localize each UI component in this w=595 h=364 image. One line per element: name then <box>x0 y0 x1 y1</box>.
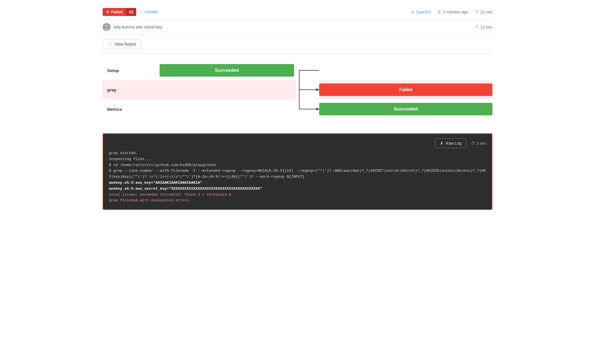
x-icon: ✕ <box>106 10 109 14</box>
log-line-2: inspecting files... <box>109 156 486 162</box>
svg-marker-8 <box>316 108 319 111</box>
metrics-label: Metrics <box>103 107 160 112</box>
pipeline-section: Setup Succeeded grep Metrics <box>103 54 492 126</box>
raw-log-button[interactable]: ⬇ Raw Log <box>435 138 466 148</box>
svg-marker-6 <box>316 88 319 91</box>
pipeline-row-grep: grep <box>103 80 296 99</box>
status-failed-label: ✕ Failed <box>103 8 126 16</box>
log-line-6: awskey.sh:5:aws_secret_key="XXXXXXXXXXXX… <box>109 186 486 192</box>
document-icon: 📄 <box>107 42 112 46</box>
download-icon: ⬇ <box>440 141 443 146</box>
log-line-1: grep started. <box>109 150 486 156</box>
commit-hash: 5aae91f <box>416 10 431 14</box>
setup-bar: Succeeded <box>160 64 294 77</box>
log-line-5: awskey.sh:3:aws_key="AKIAAKIAAKIAAKIAAKI… <box>109 180 486 186</box>
log-duration-text: 3 sec <box>477 141 486 146</box>
raw-log-label: Raw Log <box>446 141 461 146</box>
header-row: ✕ Failed #2 ⑂ master ◎ 5aae91f 🗓 3 minut… <box>103 5 492 20</box>
log-line-8: grep finished with evaluation errors. <box>109 198 486 204</box>
avatar <box>103 23 111 31</box>
time-ago-info: 🗓 3 minutes ago <box>437 10 468 14</box>
metrics-bar-text: Succeeded <box>394 107 418 112</box>
commit-row-right: ⏱ 21 sec <box>475 25 492 29</box>
commit-duration: 21 sec <box>481 25 492 29</box>
pipeline-row-metrics: Metrics <box>103 99 296 119</box>
clock-icon-2: ⏱ <box>475 25 479 29</box>
grep-failed-bar: Failed <box>319 83 492 96</box>
log-duration: ⏱ 3 sec <box>471 141 486 146</box>
branch-name: master <box>144 9 158 15</box>
commit-icon: ◎ <box>411 10 414 14</box>
grep-label: grep <box>103 87 160 92</box>
second-row: Add dummy aws secret key ⏱ 21 sec <box>103 20 492 35</box>
calendar-icon: 🗓 <box>437 10 441 14</box>
time-ago-text: 3 minutes ago <box>443 10 468 14</box>
clock-icon: ⏱ <box>475 10 479 14</box>
log-header-right: ⬇ Raw Log ⏱ 3 sec <box>435 138 486 148</box>
setup-bar-text: Succeeded <box>215 68 239 73</box>
view-report-label: View Report <box>115 42 136 46</box>
status-text: Failed <box>111 10 123 14</box>
log-header: ⬇ Raw Log ⏱ 3 sec <box>103 134 492 150</box>
view-report-section: 📄 View Report <box>103 35 492 54</box>
view-report-button[interactable]: 📄 View Report <box>103 39 141 49</box>
setup-label: Setup <box>103 68 160 73</box>
commit-row-left: Add dummy aws secret key <box>103 23 162 31</box>
build-number: #2 <box>126 8 136 16</box>
header-left: ✕ Failed #2 ⑂ master <box>103 8 158 16</box>
grep-bar-text: Failed <box>399 87 412 92</box>
pipeline-row-setup: Setup Succeeded <box>103 61 296 80</box>
connector-svg <box>296 61 319 119</box>
status-badge: ✕ Failed #2 <box>103 8 136 16</box>
duration-text: 21 sec <box>481 10 492 14</box>
svg-point-1 <box>105 24 108 27</box>
log-line-7: total issues: exceeded threshold: found … <box>109 192 486 198</box>
log-line-3: $ cd /home/rocro/src/github.com/ks888/pl… <box>109 162 486 168</box>
commit-info: ◎ 5aae91f <box>411 10 431 14</box>
log-body: grep started. inspecting files... $ cd /… <box>103 150 492 209</box>
duration-info: ⏱ 21 sec <box>475 10 492 14</box>
header-right: ◎ 5aae91f 🗓 3 minutes ago ⏱ 21 sec <box>411 10 492 14</box>
log-line-4: $ grep --line-number --with-filename -I … <box>109 168 486 180</box>
log-section: ⬇ Raw Log ⏱ 3 sec grep started. inspecti… <box>103 133 492 210</box>
metrics-succeeded-bar: Succeeded <box>319 103 492 115</box>
commit-message: Add dummy aws secret key <box>113 25 162 29</box>
branch-label: ⑂ master <box>140 9 158 15</box>
log-clock-icon: ⏱ <box>471 141 475 146</box>
branch-icon: ⑂ <box>140 9 143 15</box>
